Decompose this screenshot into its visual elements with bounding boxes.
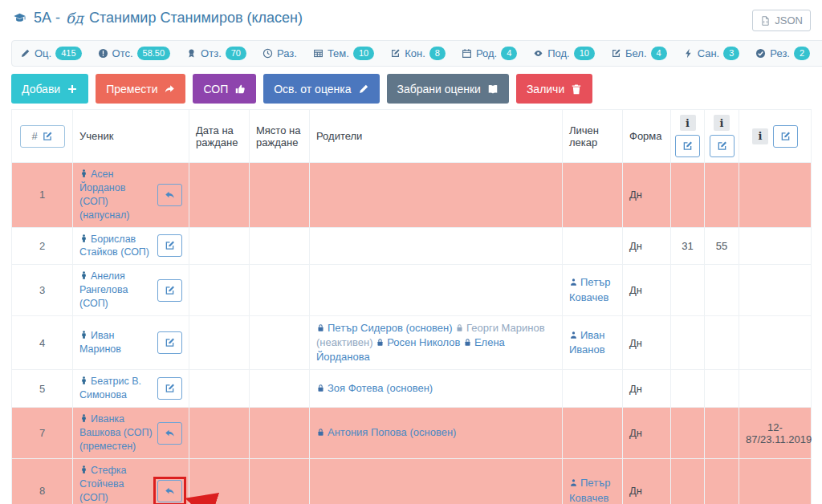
stat2-cell (705, 315, 739, 370)
edit-extra-column-button[interactable] (773, 125, 798, 148)
tab-label: Кон. (405, 47, 425, 59)
parents-cell (310, 227, 563, 265)
doctor-cell (563, 408, 623, 459)
student-cell: Иван Маринов (73, 315, 189, 370)
toolbar: ДобавиПреместиСОПОсв. от оценкаЗабрани о… (11, 74, 811, 104)
col-header-form: Форма (623, 110, 671, 163)
edit-student-button[interactable] (157, 234, 182, 257)
tab-support[interactable]: Под.10 (525, 41, 603, 66)
tab-badge: 10 (353, 47, 374, 60)
parents-cell: Антония Попова (основен) (310, 408, 563, 459)
doctor-cell (563, 163, 623, 228)
edit-numbers-button[interactable]: # (20, 125, 65, 148)
json-export-button[interactable]: JSON (752, 10, 811, 31)
parent-link[interactable]: Росен Николов (376, 336, 460, 348)
form-cell: Дн (623, 315, 671, 370)
doctor-link[interactable]: Петър Ковачев (569, 477, 610, 503)
student-icon (79, 330, 88, 339)
restore-student-button[interactable] (157, 480, 182, 502)
tab-badge: 2 (794, 47, 810, 60)
forbid-grades-button[interactable]: Забрани оценки (387, 74, 509, 104)
sop-button[interactable]: СОП (193, 74, 256, 104)
student-link[interactable]: Анелия Рангелова (СОП) (79, 270, 154, 311)
book-icon (487, 83, 498, 95)
student-cell: Анелия Рангелова (СОП) (73, 265, 189, 316)
birth-date-cell (189, 408, 250, 459)
parent-link[interactable]: Антония Попова (основен) (316, 426, 456, 438)
form-cell: Дн (623, 408, 671, 459)
edit-stat-column1-button[interactable] (675, 135, 700, 157)
stat2-cell (705, 265, 739, 316)
editsq-icon (611, 48, 621, 59)
tab-grades[interactable]: Оц.415 (12, 41, 90, 66)
edit-student-button[interactable] (157, 331, 182, 354)
tab-sanctions[interactable]: Сан.3 (675, 41, 748, 66)
edit-icon (164, 337, 176, 348)
tab-notes[interactable]: Бел.4 (603, 41, 675, 66)
student-icon (79, 413, 88, 423)
delete-button[interactable]: Заличи (516, 74, 592, 104)
info-icon: i (714, 115, 730, 131)
page-header: 5А - бд Станимир Станимиров (класен) JSO… (11, 6, 811, 31)
stat1-cell (671, 265, 705, 316)
doctor-link[interactable]: Иван Иванов (569, 329, 605, 356)
tab-badge: 415 (55, 47, 81, 60)
edit-student-button[interactable] (157, 279, 182, 302)
student-link[interactable]: Беатрис В. Симонова (79, 375, 154, 402)
edit-stat-column2-button[interactable] (710, 135, 735, 157)
birth-date-cell (189, 265, 250, 316)
edit-student-button[interactable] (157, 377, 182, 400)
tab-bar: Оц.415Отс.58.50Отз.70Раз.Тем.10Кон.8Род.… (11, 40, 822, 67)
stat2-cell (705, 458, 739, 504)
restore-student-button[interactable] (157, 184, 182, 206)
parent-link[interactable]: Петър Сидеров (основен) (316, 322, 452, 334)
edit-icon (164, 240, 176, 251)
edit-icon (42, 131, 53, 142)
restore-student-button[interactable] (157, 422, 182, 445)
move-button[interactable]: Премести (96, 74, 185, 104)
tab-fill[interactable]: Поп.0 (818, 41, 822, 66)
table-icon (313, 48, 324, 59)
tab-label: Сан. (698, 47, 720, 59)
col-header-doctor: Личен лекар (563, 110, 623, 163)
doctor-link[interactable]: Петър Ковачев (569, 276, 610, 303)
student-link[interactable]: Стефка Стойчева (СОП) (отписан) (79, 464, 154, 504)
lock-icon (316, 322, 325, 331)
checkc-icon (755, 48, 766, 59)
student-number: 2 (12, 227, 73, 265)
student-icon (79, 376, 88, 385)
tab-badge: 58.50 (137, 47, 171, 60)
birth-date-cell (189, 227, 250, 265)
eye-icon (533, 48, 543, 59)
student-icon (79, 270, 88, 280)
doctor-icon (569, 329, 578, 338)
tab-absences[interactable]: Отс.58.50 (90, 41, 179, 66)
table-row: 8Стефка Стойчева (СОП) (отписан)Петър Ко… (12, 458, 812, 504)
lock-icon (455, 322, 464, 331)
student-link[interactable]: Асен Йорданов (СОП) (напуснал) (79, 168, 154, 222)
table-row: 4Иван МариновПетър Сидеров (основен) Гео… (12, 315, 812, 370)
clock-icon (262, 48, 273, 59)
tab-schedule[interactable]: Раз. (254, 41, 305, 66)
extra-cell (739, 370, 812, 408)
student-link[interactable]: Борислав Стайков (СОП) (79, 233, 154, 260)
student-link[interactable]: Иван Маринов (79, 329, 154, 356)
student-link[interactable]: Иванка Вашкова (СОП) (преместен) (79, 413, 154, 453)
tab-badge: 10 (574, 47, 595, 60)
tab-meetings[interactable]: Род.4 (454, 41, 525, 66)
tab-topics[interactable]: Тем.10 (305, 41, 382, 66)
add-button[interactable]: Добави (11, 74, 88, 104)
table-row: 5Беатрис В. СимоноваЗоя Фотева (основен)… (12, 370, 812, 408)
table-row: 3Анелия Рангелова (СОП)Петър КовачевДн (12, 265, 812, 316)
parents-cell (310, 163, 563, 228)
parent-link[interactable]: Зоя Фотева (основен) (316, 382, 433, 394)
tab-results[interactable]: Рез.2 (747, 41, 818, 66)
exempt-grade-button[interactable]: Осв. от оценка (263, 74, 379, 104)
stat2-cell (705, 163, 739, 228)
student-cell: Борислав Стайков (СОП) (73, 227, 189, 265)
stat2-cell (705, 408, 739, 459)
tab-badge: 4 (501, 47, 517, 60)
tab-feedback[interactable]: Отз.70 (178, 41, 254, 66)
annotation-target (157, 480, 182, 502)
tab-tests[interactable]: Кон.8 (382, 41, 454, 66)
